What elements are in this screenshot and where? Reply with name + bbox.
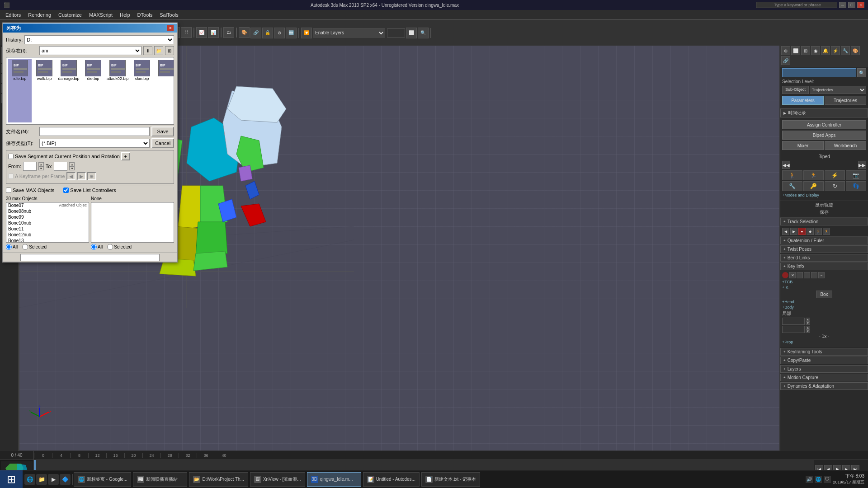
rp-icon2[interactable]: ⬜	[791, 46, 800, 55]
trajectories-select[interactable]: Trajectories	[810, 86, 866, 94]
tray-icon1[interactable]: 🔊	[806, 476, 813, 483]
dope-sheet-btn[interactable]: 📊	[208, 27, 219, 38]
biped-physique-btn[interactable]: ⚡	[825, 170, 845, 180]
filetype-select[interactable]: (*.BIP)	[39, 139, 150, 148]
filter-area[interactable]	[91, 202, 174, 243]
select-by-name-btn[interactable]: 🔤	[286, 28, 297, 38]
menu-saltools[interactable]: SalTools	[156, 11, 182, 19]
taskbar-3dsmax[interactable]: 3D qingwa_Idle.m...	[307, 472, 361, 487]
taskbar-project[interactable]: 📂 D:\Work\Project Th...	[189, 472, 248, 487]
maximize-btn[interactable]: □	[848, 2, 855, 8]
time-record-header[interactable]: ▶ 时间记录	[780, 108, 868, 117]
taskbar-untitled[interactable]: 📝 Untitled - Autodes...	[363, 472, 420, 487]
link-btn[interactable]: 🔗	[250, 28, 261, 38]
dialog-path-input[interactable]	[20, 254, 159, 261]
file-attack02[interactable]: BIP attack02.bip	[106, 59, 129, 122]
tab-parameters[interactable]: Parameters	[782, 96, 824, 105]
radio-selected-input[interactable]	[22, 244, 28, 250]
biped-rot-btn[interactable]: ↻	[825, 181, 845, 191]
menu-editors[interactable]: Editors	[2, 11, 24, 19]
key-btn-a[interactable]	[797, 272, 803, 278]
save-btn[interactable]: Save	[151, 127, 174, 136]
ql-media[interactable]: ▶	[48, 474, 59, 485]
ql-3ds[interactable]: 🔷	[60, 474, 71, 485]
layers-header[interactable]: + Layers	[780, 365, 868, 373]
search-bar[interactable]: Type a keyword or phrase	[756, 2, 837, 8]
zoom-extents-btn[interactable]: ⬜	[406, 28, 417, 38]
bend-links-header[interactable]: + Bend Links	[780, 254, 868, 262]
rp-icon6[interactable]: ⚡	[831, 46, 840, 55]
track-selection-header[interactable]: + Track Selection	[780, 218, 868, 225]
from-up[interactable]: ▲	[38, 162, 44, 166]
key-btn-c[interactable]	[811, 272, 817, 278]
biped-figure-btn[interactable]: 🚶	[782, 170, 802, 180]
file-damage[interactable]: BIP damage.bip	[57, 59, 80, 122]
save-list-chk[interactable]	[63, 188, 69, 193]
unlink-btn[interactable]: 🔓	[262, 28, 273, 38]
taskbar-chrome[interactable]: 🌐 新标签页 - Google...	[74, 472, 131, 487]
dynamics-header[interactable]: + Dynamics & Adaptation	[780, 382, 868, 390]
radio-all2-input[interactable]	[91, 244, 97, 250]
select-filter-btn[interactable]: 🔽	[301, 28, 312, 38]
to-input[interactable]: 10	[54, 162, 67, 171]
add-segment-btn[interactable]: +	[121, 152, 130, 160]
key-btn2[interactable]: ◆	[807, 228, 814, 235]
keyframing-header[interactable]: + Keyframing Tools	[780, 348, 868, 356]
file-idle[interactable]: BIP idle.bip	[8, 59, 32, 122]
biped-key-btn[interactable]: 🔑	[803, 181, 824, 191]
array-btn[interactable]: ⠿	[181, 27, 192, 38]
rp-icon7[interactable]: 🔧	[841, 46, 850, 55]
taskbar-news[interactable]: 📰 新闻联播直播站	[133, 472, 187, 487]
radio-all2[interactable]: All	[91, 244, 103, 250]
to-up[interactable]: ▲	[69, 162, 75, 166]
tray-icon2[interactable]: 🌐	[815, 476, 822, 483]
rp-icon8[interactable]: 🎨	[851, 46, 860, 55]
radio-selected[interactable]: Selected	[22, 244, 47, 250]
obj-bone10[interactable]: Bone10nub	[6, 220, 89, 226]
tab-trajectories[interactable]: Trajectories	[825, 96, 866, 105]
selection-search-btn[interactable]: 🔍	[857, 68, 866, 77]
ql-folder[interactable]: 📁	[36, 474, 47, 485]
keyframe-chk[interactable]	[8, 174, 14, 179]
rp-icon9[interactable]: 🔗	[781, 56, 790, 65]
key-btn-b[interactable]	[804, 272, 810, 278]
to-down[interactable]: ▼	[69, 166, 75, 170]
close-btn[interactable]: ×	[857, 2, 864, 8]
cancel-btn[interactable]: Cancel	[151, 138, 174, 148]
menu-rendering[interactable]: Rendering	[24, 11, 55, 19]
taskbar-xnview[interactable]: 🖼 XnView - [流血混...	[250, 472, 305, 487]
obj-bone09[interactable]: Bone09	[6, 214, 89, 220]
mixer-btn[interactable]: Mixer	[782, 141, 824, 150]
menu-dtools[interactable]: DTools	[134, 11, 156, 19]
rp-icon3[interactable]: ⊞	[801, 46, 810, 55]
menu-customize[interactable]: Customize	[55, 11, 85, 19]
box-btn[interactable]: Box	[816, 291, 832, 298]
biped-motion-btn[interactable]: 🏃	[803, 170, 824, 180]
val2-input[interactable]: 40	[782, 326, 805, 333]
biped-prev-btn[interactable]: ◀◀	[782, 161, 790, 169]
rp-icon1[interactable]: ⊕	[781, 46, 790, 55]
zoom-in-btn[interactable]: 🔍	[418, 28, 429, 38]
biped-walk-btn[interactable]: 👣	[846, 181, 866, 191]
key-btn3[interactable]: 🚶	[815, 228, 822, 235]
radio-all-input[interactable]	[6, 244, 12, 250]
nav-btn2[interactable]: ▶	[790, 228, 797, 235]
start-btn[interactable]: ⊞	[0, 470, 23, 488]
ql-ie[interactable]: 🌐	[24, 474, 35, 485]
biped-snapshot-btn[interactable]: 📷	[846, 170, 866, 180]
biped-next-btn[interactable]: ▶▶	[858, 161, 866, 169]
workbench-btn[interactable]: Workbench	[825, 141, 866, 150]
save-segment-chk[interactable]	[8, 154, 14, 159]
nav-btn1[interactable]: ◀	[782, 228, 789, 235]
biped-ik-btn[interactable]: 🔧	[782, 181, 802, 191]
file-skin[interactable]: BIP skin.bip	[130, 59, 154, 122]
obj-bone08[interactable]: Bone08nub	[6, 208, 89, 214]
taskbar-notepad[interactable]: 📄 新建文本.txt - 记事本	[421, 472, 480, 487]
obj-bone13[interactable]: Bone13	[6, 238, 89, 243]
selection-input[interactable]: 24 Objects Selected	[782, 68, 856, 77]
minimize-btn[interactable]: ─	[839, 2, 846, 8]
menu-maxscript[interactable]: MAXScript	[85, 11, 116, 19]
radio-selected2[interactable]: Selected	[107, 244, 132, 250]
kf-btn1[interactable]: ◀	[66, 172, 75, 180]
save-in-btn3[interactable]: ⊞	[165, 46, 174, 55]
